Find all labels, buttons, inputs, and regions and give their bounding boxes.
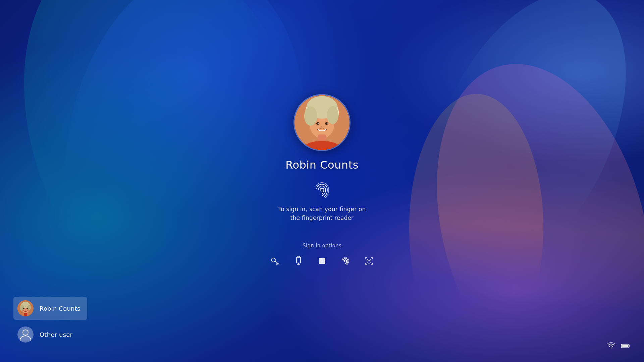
svg-point-37 [20,305,24,311]
user-switcher: Robin Counts Other user [13,297,87,346]
user-avatar [293,94,351,151]
svg-point-38 [28,305,31,310]
svg-point-13 [271,258,275,262]
fingerprint-hint: To sign in, scan your finger on the fing… [278,205,366,223]
svg-point-9 [325,122,328,125]
svg-rect-45 [622,345,628,347]
login-username: Robin Counts [285,159,359,171]
user-item-robin[interactable]: Robin Counts [13,297,87,320]
svg-line-14 [275,261,279,264]
user-avatar-robin [17,300,34,316]
svg-point-40 [26,308,28,309]
signin-usb-button[interactable] [291,254,306,268]
svg-point-21 [319,258,321,260]
svg-point-23 [323,258,325,260]
user-name-other: Other user [40,331,72,338]
svg-point-31 [367,259,368,261]
signin-options-row [268,254,376,268]
signin-pin-button[interactable] [315,254,329,268]
user-item-other[interactable]: Other user [13,323,87,346]
user-avatar-other [17,326,34,343]
svg-point-39 [23,308,24,309]
svg-point-22 [321,258,323,260]
svg-point-32 [370,259,371,261]
signin-fingerprint-button[interactable] [338,254,353,268]
svg-rect-46 [629,345,630,347]
avatar-image [294,95,350,150]
svg-point-11 [327,123,328,124]
svg-point-24 [319,260,321,262]
svg-point-29 [323,262,325,264]
svg-point-30 [344,260,346,262]
svg-point-8 [316,122,320,125]
battery-icon[interactable] [621,341,631,352]
svg-point-12 [321,189,323,191]
svg-rect-41 [24,313,27,316]
svg-point-27 [319,262,321,264]
svg-point-10 [318,123,319,124]
signin-key-button[interactable] [268,254,282,268]
svg-point-5 [327,106,338,124]
signin-face-button[interactable] [362,254,376,268]
svg-point-43 [23,330,28,335]
svg-point-28 [321,262,323,264]
wifi-icon[interactable] [606,341,616,352]
login-panel: Robin Counts To sign in, scan your finge… [268,94,376,268]
svg-point-4 [304,106,317,126]
user-name-robin: Robin Counts [40,305,80,312]
svg-point-25 [321,260,323,262]
signin-options-label: Sign in options [303,242,341,248]
system-tray [606,341,631,352]
fingerprint-scan-icon [313,181,331,199]
svg-point-26 [323,260,325,262]
